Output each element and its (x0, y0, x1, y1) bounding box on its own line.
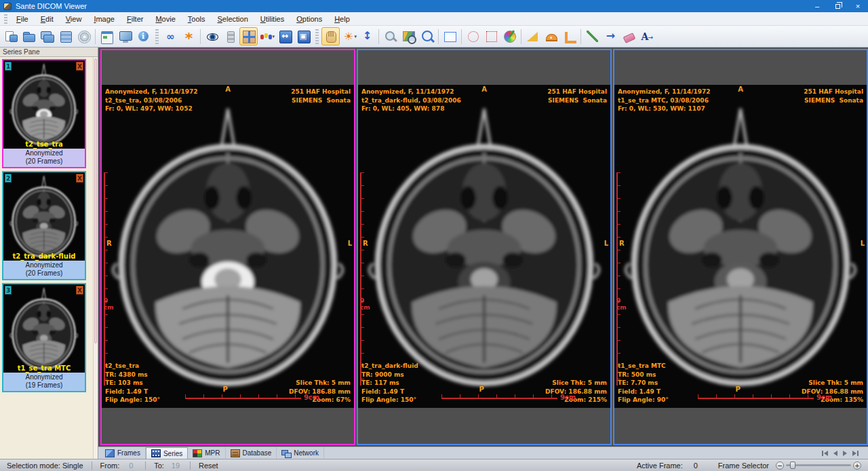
frame-selector-slider[interactable]: − + (776, 461, 861, 470)
viewport-1[interactable]: Anonymized, F, 11/14/1972t2_tse_tra, 03/… (100, 49, 355, 445)
rectangle-select-button[interactable] (441, 27, 459, 45)
fit-screen-button[interactable] (294, 27, 313, 45)
overlay-sequence-info: t1_se_tra MTCTR: 500 msTE: 7.70 msField:… (618, 362, 669, 404)
to-value-field[interactable]: 19 (167, 461, 184, 470)
frame-nav-buttons (822, 447, 868, 459)
next-frame-button[interactable] (843, 451, 847, 456)
menu-utilities[interactable]: Utilities (254, 14, 290, 24)
mri-slice-graphic (7, 174, 81, 259)
menu-view[interactable]: View (60, 14, 88, 24)
link-series-button[interactable] (161, 27, 180, 45)
viewer-area: Anonymized, F, 11/14/1972t2_tse_tra, 03/… (98, 48, 868, 459)
tab-database[interactable]: Database (226, 447, 277, 459)
text-button[interactable] (638, 27, 656, 45)
menu-movie[interactable]: Movie (149, 14, 181, 24)
eraser-button[interactable] (620, 27, 638, 45)
first-frame-button[interactable] (822, 451, 828, 456)
open-file-icon (3, 29, 18, 44)
series-thumbnail-3[interactable]: 3Xt1_se_tra MTCAnonymized(19 Frames) (2, 283, 86, 392)
orientation-marker-right: R (619, 240, 625, 247)
roi-ellipse-button[interactable] (464, 27, 482, 45)
tab-series[interactable]: Series (146, 447, 188, 459)
palette-button[interactable] (500, 27, 519, 45)
menu-image[interactable]: Image (87, 14, 121, 24)
open-folder-button[interactable] (20, 27, 38, 45)
menu-tools[interactable]: Tools (182, 14, 212, 24)
series-close-button[interactable]: X (76, 286, 83, 295)
last-frame-button[interactable] (852, 451, 859, 456)
view-tab-bar: FramesSeriesMPRDatabaseNetwork (98, 447, 868, 459)
series-thumbnail-1[interactable]: 1Xt2_tse_traAnonymized(20 Frames) (2, 59, 86, 168)
tab-label: Series (163, 450, 182, 457)
protractor-button[interactable] (542, 27, 560, 45)
tab-network[interactable]: Network (277, 447, 324, 459)
export-window-button[interactable] (98, 27, 116, 45)
restore-icon (835, 4, 840, 9)
window-level-button[interactable]: ▾ (340, 27, 358, 45)
zoom-button[interactable] (381, 27, 399, 45)
overlay-patient-info: Anonymized, F, 11/14/1972t1_se_tra MTC, … (618, 88, 711, 113)
open-file-button[interactable] (1, 27, 20, 45)
from-value-field[interactable]: 0 (122, 461, 140, 470)
frame-controls: Active Frame: 0 Frame Selector − + (634, 461, 868, 470)
series-close-button[interactable]: X (76, 62, 83, 71)
series-pane-scrollbar[interactable] (93, 57, 98, 459)
zoom-fit-button[interactable] (418, 27, 436, 45)
roi-rectangle-icon (484, 29, 499, 44)
viewport-row: Anonymized, F, 11/14/1972t2_tse_tra, 03/… (98, 48, 868, 447)
series-name-label: t1_se_tra MTC (3, 364, 85, 372)
menu-options[interactable]: Options (290, 14, 328, 24)
info-icon (136, 29, 151, 44)
browse-frames-button[interactable] (358, 27, 376, 45)
open-multiple-button[interactable] (38, 27, 56, 45)
slider-thumb[interactable] (790, 461, 795, 469)
set-square-button[interactable] (524, 27, 542, 45)
zoom-region-icon (401, 29, 416, 44)
overlay-sequence-info: t2_tse_traTR: 4380 msTE: 103 msField: 1.… (105, 362, 160, 404)
line-button[interactable] (583, 27, 601, 45)
archive-button[interactable] (56, 27, 75, 45)
palette-icon (502, 29, 517, 44)
menu-file[interactable]: File (10, 14, 35, 24)
frame-selector-label: Frame Selector (715, 461, 772, 470)
slider-track[interactable] (786, 464, 851, 466)
series-patient-label: Anonymized (3, 261, 85, 269)
close-button[interactable]: × (848, 0, 868, 12)
menu-filter[interactable]: Filter (121, 14, 149, 24)
series-thumbnail-2[interactable]: 2Xt2_tra_dark-fluidAnonymized(20 Frames) (2, 171, 86, 280)
menu-edit[interactable]: Edit (35, 14, 60, 24)
series-link-color-button[interactable]: ▾ (258, 27, 276, 45)
tab-frames[interactable]: Frames (100, 447, 146, 459)
previous-frame-button[interactable] (833, 451, 837, 456)
unlink-series-button[interactable] (180, 27, 198, 45)
pan-hand-button[interactable] (321, 27, 340, 45)
menu-help[interactable]: Help (328, 14, 356, 24)
eye-button[interactable] (203, 27, 221, 45)
arrow-button[interactable] (601, 27, 620, 45)
minimize-button[interactable]: – (807, 0, 827, 12)
slider-minus-button[interactable]: − (776, 461, 784, 470)
series-patient-label: Anonymized (3, 373, 85, 381)
cd-drive-button[interactable] (75, 27, 93, 45)
reset-button[interactable]: Reset (196, 461, 221, 470)
restore-button[interactable] (827, 0, 848, 12)
stack-button[interactable] (221, 27, 239, 45)
series-index-badge: 3 (5, 286, 12, 295)
series-close-button[interactable]: X (76, 174, 83, 183)
info-button[interactable] (134, 27, 153, 45)
angle-button[interactable] (560, 27, 578, 45)
display-settings-button[interactable] (116, 27, 134, 45)
fit-screen-icon (296, 29, 311, 44)
menu-selection[interactable]: Selection (211, 14, 254, 24)
viewport-3[interactable]: Anonymized, F, 11/14/1972t1_se_tra MTC, … (613, 49, 868, 445)
tab-mpr[interactable]: MPR (188, 447, 225, 459)
roi-rectangle-button[interactable] (482, 27, 500, 45)
viewport-2[interactable]: Anonymized, F, 11/14/1972t2_tra_dark-flu… (357, 49, 612, 445)
reference-lines-button[interactable] (239, 27, 258, 45)
mri-image (102, 85, 354, 408)
series-info: Anonymized(20 Frames) (3, 261, 85, 279)
slider-plus-button[interactable]: + (853, 461, 861, 470)
zoom-region-button[interactable] (399, 27, 418, 45)
fit-width-button[interactable] (276, 27, 294, 45)
tab-label: Database (243, 449, 272, 457)
